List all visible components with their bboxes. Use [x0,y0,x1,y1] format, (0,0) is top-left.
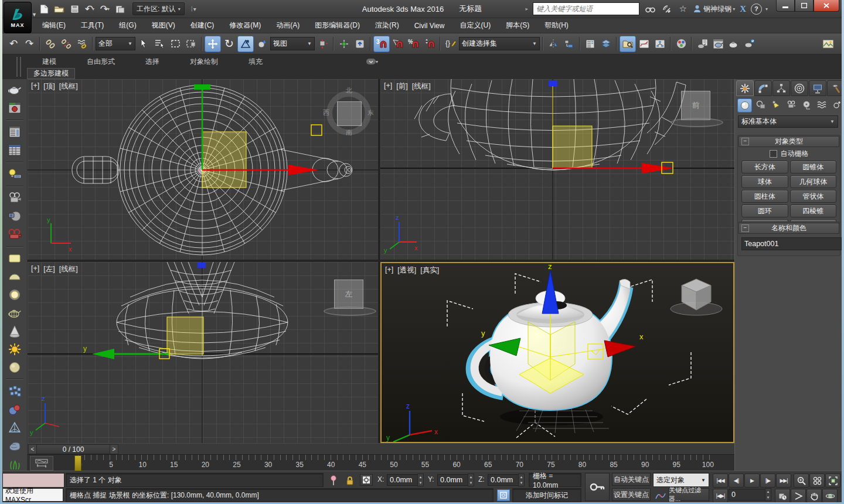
exchange-apps-button[interactable]: X [740,4,746,14]
camera-view-button[interactable] [5,209,24,224]
menu-item[interactable]: 图形编辑器(D) [308,18,367,33]
search-button[interactable] [644,3,656,15]
time-slider-value[interactable]: 0 / 100 [36,444,110,454]
x-coord-input[interactable] [387,474,418,486]
go-to-end-button[interactable]: ▶▶| [776,474,791,488]
undo-dropdown-arrow[interactable]: ▾ [92,6,94,12]
category-helpers-button[interactable] [799,98,813,111]
viewcube-south-label[interactable]: 南 [346,128,352,137]
viewcube-ring[interactable] [671,118,723,127]
ribbon-tab[interactable]: 选择 [130,56,175,68]
next-frame-playback-button[interactable]: ||▶ [760,474,775,488]
tab-modify[interactable] [754,80,772,96]
y-coord-spinner[interactable]: ▲▼ [468,474,474,486]
viewport-front[interactable]: [+] [前] [线框] [380,79,734,260]
object-name-input[interactable] [741,237,842,250]
go-to-start-button[interactable]: |◀◀ [713,474,728,488]
tab-motion[interactable] [791,80,808,96]
viewcube-face[interactable]: 前 [681,91,710,120]
render-production-button[interactable] [726,36,741,52]
category-cameras-button[interactable] [784,98,798,111]
autogrid-checkbox[interactable] [770,150,777,158]
grass-object-button[interactable] [5,456,24,472]
application-menu-arrow-icon[interactable]: ▼ [32,12,37,18]
mirror-button[interactable] [546,36,561,52]
physical-camera-button[interactable] [5,227,24,243]
menu-item[interactable]: 脚本(S) [499,18,536,33]
rendered-frame-button[interactable] [5,100,24,116]
pan-view-button[interactable] [806,489,822,503]
ribbon-tab[interactable]: 建模 [27,56,72,68]
viewport-menu-shading[interactable]: [线框] [412,81,431,91]
track-bar[interactable]: 0510152025303540455055606570758085909510… [28,454,734,471]
spinner-snap-toggle-button[interactable] [422,36,437,52]
viewport-menu-view[interactable]: [顶] [43,81,55,91]
menu-item[interactable]: 动画(A) [269,18,307,33]
z-coord-spinner[interactable]: ▲▼ [518,474,525,486]
select-and-move-button[interactable] [205,36,221,52]
primitive-button[interactable]: 四棱锥 [790,205,837,217]
y-coord-input[interactable] [437,474,469,486]
render-iterative-button[interactable] [742,36,757,52]
film-camera-button[interactable] [5,190,24,206]
redo-dropdown-arrow[interactable]: ▾ [107,6,110,12]
viewport-menu-plus[interactable]: [+] [31,264,39,274]
reference-coordinate-dropdown[interactable]: 视图▼ [270,37,315,50]
rollout-collapse-icon[interactable]: − [741,138,749,145]
key-filter-selection-dropdown[interactable]: 选定对象▼ [653,473,709,487]
viewport-menu-plus[interactable]: [+] [31,81,39,91]
bind-to-space-warp-button[interactable] [74,36,90,52]
plane-primitive-button[interactable] [5,251,24,267]
open-file-button[interactable] [53,2,66,15]
isolate-selection-button[interactable] [326,473,341,488]
spreadsheet-button[interactable] [5,142,24,158]
curve-editor-button[interactable] [637,36,652,52]
primitive-button[interactable]: 球体 [741,175,788,188]
primitive-button[interactable]: 管状体 [790,190,837,203]
ribbon-grip[interactable] [16,57,21,77]
undo-button[interactable]: ↶▾ [83,2,96,15]
primitive-button[interactable]: 几何球体 [790,175,837,188]
select-and-scale-button[interactable] [237,36,254,52]
point-cloud-button[interactable] [5,383,24,399]
application-menu-button[interactable]: MAX [4,2,32,33]
select-object-button[interactable] [136,36,151,52]
viewport-menu-view[interactable]: [前] [396,81,407,91]
orbit-view-button[interactable] [822,489,838,503]
menu-item[interactable]: Civil View [407,19,452,32]
spotlight-cone-button[interactable] [5,323,24,339]
menu-item[interactable]: 工具(T) [74,18,111,33]
tab-create[interactable] [736,80,754,96]
viewport-perspective[interactable]: [+] [透视] [真实] [380,262,734,443]
ribbon-toggle-button[interactable] [598,36,614,52]
time-configuration-button[interactable] [775,489,790,503]
previous-frame-playback-button[interactable]: ◀|| [729,474,744,488]
primitive-button[interactable]: 圆锥体 [790,161,837,173]
search-expand-arrow[interactable]: ▸ [526,6,529,12]
zoom-viewport-button[interactable] [794,474,809,488]
toolbar-overflow-button[interactable]: ᎒▾ [187,2,200,15]
help-button[interactable]: ? [751,4,762,15]
primitive-button[interactable]: 圆柱体 [741,190,788,203]
viewcube-west-label[interactable]: 西 [323,108,329,117]
window-crossing-toggle-button[interactable] [183,36,199,52]
primitive-category-dropdown[interactable]: 标准基本体 ▼ [738,115,838,128]
add-time-tag[interactable]: 添加时间标记 [512,488,581,502]
selection-lock-button[interactable] [342,473,358,488]
set-key-button[interactable]: 设置关键点 [612,488,651,501]
search-input[interactable] [533,5,639,13]
viewcube-north-label[interactable]: 北 [346,86,352,95]
viewport-menu-plus[interactable]: [+] [385,265,393,275]
viewport-menu-view[interactable]: [左] [43,264,55,274]
tab-display[interactable] [809,80,826,96]
selected-objects-toggle-button[interactable] [497,489,510,501]
sunlight-button[interactable] [5,341,24,357]
move-gizmo-front[interactable] [549,80,674,173]
menu-item[interactable]: 帮助(H) [537,18,576,33]
layer-manager-button[interactable] [583,36,598,52]
name-color-rollout-header[interactable]: − 名称和颜色 [738,223,839,234]
scene-list-button[interactable] [5,124,24,140]
select-and-manipulate-button[interactable] [336,36,352,52]
viewcube-east-label[interactable]: 东 [367,108,374,117]
primitive-button[interactable]: 圆环 [741,205,788,217]
